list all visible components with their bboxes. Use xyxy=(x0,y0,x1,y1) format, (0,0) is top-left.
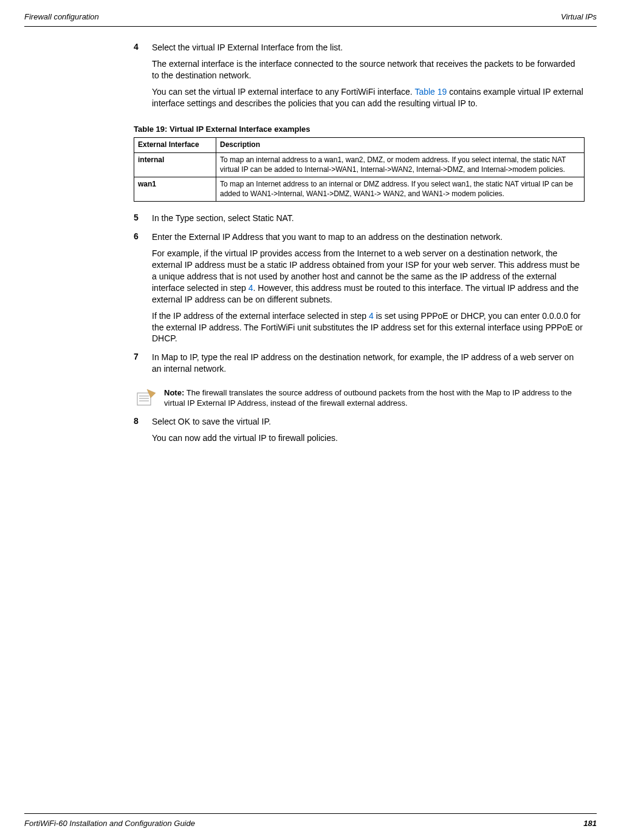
step-7: 7 In Map to IP, type the real IP address… xyxy=(134,352,585,380)
table-row: internal To map an internal address to a… xyxy=(134,153,585,177)
step-number: 5 xyxy=(134,213,152,229)
step-text: If the IP address of the external interf… xyxy=(152,310,585,345)
step-text: In Map to IP, type the real IP address o… xyxy=(152,352,585,375)
step-text: In the Type section, select Static NAT. xyxy=(152,213,585,224)
table-cell: To map an internal address to a wan1, wa… xyxy=(216,153,585,177)
step-body: Enter the External IP Address that you w… xyxy=(152,231,585,349)
step-link[interactable]: 4 xyxy=(249,283,253,293)
header-right: Virtual IPs xyxy=(561,12,597,21)
step-text: For example, if the virtual IP provides … xyxy=(152,248,585,305)
table-header: External Interface xyxy=(134,138,216,153)
page-header: Firewall configuration Virtual IPs xyxy=(24,12,597,27)
step-body: Select the virtual IP External Interface… xyxy=(152,42,585,114)
table-cell: To map an Internet address to an interna… xyxy=(216,177,585,202)
page-number: 181 xyxy=(583,819,597,828)
text-part: You can set the virtual IP external inte… xyxy=(152,87,414,97)
cell-value: wan1 xyxy=(138,180,156,188)
note-text: Note: The firewall translates the source… xyxy=(164,387,585,409)
step-text: Select OK to save the virtual IP. xyxy=(152,416,585,428)
step-4: 4 Select the virtual IP External Interfa… xyxy=(134,42,585,114)
text-part: If the IP address of the external interf… xyxy=(152,311,369,321)
step-8: 8 Select OK to save the virtual IP. You … xyxy=(134,416,585,449)
vip-table: External Interface Description internal … xyxy=(134,137,585,202)
step-body: Select OK to save the virtual IP. You ca… xyxy=(152,416,585,449)
step-text: You can set the virtual IP external inte… xyxy=(152,86,585,109)
step-body: In the Type section, select Static NAT. xyxy=(152,213,585,229)
page-footer: FortiWiFi-60 Installation and Configurat… xyxy=(24,813,597,828)
step-number: 8 xyxy=(134,416,152,449)
table-cell: internal xyxy=(134,153,216,177)
table-header: Description xyxy=(216,138,585,153)
table-caption: Table 19: Virtual IP External Interface … xyxy=(134,125,585,134)
header-left: Firewall configuration xyxy=(24,12,99,21)
step-text: The external interface is the interface … xyxy=(152,58,585,81)
footer-left: FortiWiFi-60 Installation and Configurat… xyxy=(24,819,195,828)
step-6: 6 Enter the External IP Address that you… xyxy=(134,231,585,349)
step-number: 6 xyxy=(134,231,152,349)
step-text: Enter the External IP Address that you w… xyxy=(152,231,585,243)
note-label: Note: xyxy=(164,388,187,397)
note-block: Note: The firewall translates the source… xyxy=(134,387,585,409)
step-body: In Map to IP, type the real IP address o… xyxy=(152,352,585,380)
step-text: You can now add the virtual IP to firewa… xyxy=(152,432,585,444)
step-5: 5 In the Type section, select Static NAT… xyxy=(134,213,585,229)
note-content: The firewall translates the source addre… xyxy=(164,388,572,408)
table-cell: wan1 xyxy=(134,177,216,202)
table-link[interactable]: Table 19 xyxy=(414,87,447,97)
step-number: 7 xyxy=(134,352,152,380)
table-row: wan1 To map an Internet address to an in… xyxy=(134,177,585,202)
cell-value: internal xyxy=(138,155,164,164)
note-icon xyxy=(134,387,158,408)
table-header-row: External Interface Description xyxy=(134,138,585,153)
step-link[interactable]: 4 xyxy=(369,311,374,321)
step-text: Select the virtual IP External Interface… xyxy=(152,42,585,53)
step-number: 4 xyxy=(134,42,152,114)
content-area: 4 Select the virtual IP External Interfa… xyxy=(134,42,585,449)
table-block: Table 19: Virtual IP External Interface … xyxy=(134,125,585,202)
svg-rect-0 xyxy=(137,393,151,405)
